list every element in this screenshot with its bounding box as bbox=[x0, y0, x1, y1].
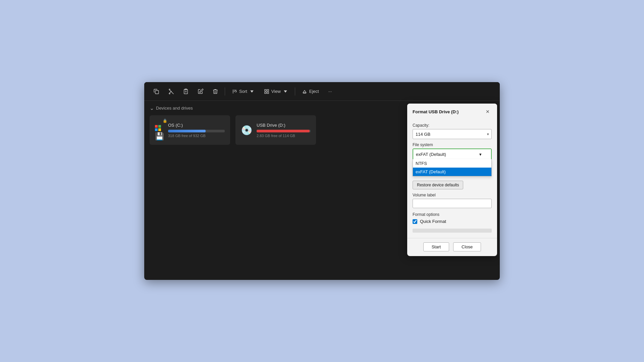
dialog-overlay: Format USB Drive (D:) ✕ Capacity: 114 GB… bbox=[144, 101, 500, 280]
svg-marker-17 bbox=[303, 90, 306, 93]
quick-format-row: Quick Format bbox=[413, 219, 492, 224]
explorer-window: Sort View Eject ··· Devices and drives bbox=[144, 82, 500, 280]
paste-button[interactable] bbox=[179, 85, 193, 98]
more-button[interactable]: ··· bbox=[324, 85, 336, 98]
option-ntfs[interactable]: NTFS bbox=[413, 159, 491, 168]
start-button[interactable]: Start bbox=[423, 242, 449, 251]
separator-1 bbox=[225, 87, 225, 96]
svg-rect-5 bbox=[184, 89, 188, 94]
volume-label-input[interactable] bbox=[413, 199, 492, 208]
progress-bar bbox=[413, 229, 492, 233]
restore-defaults-button[interactable]: Restore device defaults bbox=[413, 181, 463, 189]
format-dialog: Format USB Drive (D:) ✕ Capacity: 114 GB… bbox=[407, 104, 497, 256]
filesystem-dropdown[interactable]: exFAT (Default) ▾ NTFS exFAT (Default) bbox=[413, 148, 492, 160]
svg-point-2 bbox=[169, 89, 170, 90]
quick-format-checkbox[interactable] bbox=[413, 219, 417, 224]
format-options-label: Format options bbox=[413, 212, 492, 217]
dialog-body: Capacity: 114 GB ▾ File system exFAT (De… bbox=[407, 118, 497, 238]
view-button[interactable]: View bbox=[260, 85, 292, 98]
separator-2 bbox=[295, 87, 295, 96]
filesystem-list: NTFS exFAT (Default) bbox=[413, 159, 492, 176]
volume-label: Volume label bbox=[413, 193, 492, 197]
more-label: ··· bbox=[328, 89, 332, 94]
capacity-select[interactable]: 114 GB bbox=[413, 129, 492, 139]
sort-button[interactable]: Sort bbox=[228, 85, 259, 98]
svg-rect-14 bbox=[265, 92, 266, 94]
svg-point-1 bbox=[169, 93, 170, 94]
dialog-titlebar: Format USB Drive (D:) ✕ bbox=[407, 104, 497, 118]
eject-button[interactable]: Eject bbox=[298, 85, 323, 98]
cut-button[interactable] bbox=[164, 85, 178, 98]
eject-label: Eject bbox=[309, 89, 319, 94]
view-label: View bbox=[271, 89, 281, 94]
restore-wrapper: Restore device defaults bbox=[413, 176, 492, 189]
svg-rect-15 bbox=[267, 92, 269, 94]
svg-rect-12 bbox=[265, 89, 266, 91]
capacity-wrapper: 114 GB ▾ bbox=[413, 129, 492, 139]
filesystem-arrow: ▾ bbox=[479, 152, 482, 157]
dialog-title: Format USB Drive (D:) bbox=[413, 109, 459, 114]
svg-rect-13 bbox=[267, 89, 269, 91]
toolbar: Sort View Eject ··· bbox=[144, 82, 500, 101]
quick-format-label: Quick Format bbox=[420, 219, 446, 224]
filesystem-value: exFAT (Default) bbox=[416, 152, 446, 157]
capacity-label: Capacity: bbox=[413, 123, 492, 128]
dialog-footer: Start Close bbox=[407, 238, 497, 256]
content-area: Devices and drives 🔒 💾 OS (C:) 318 G bbox=[144, 101, 500, 280]
filesystem-label: File system bbox=[413, 142, 492, 147]
copy-button[interactable] bbox=[150, 85, 163, 98]
delete-button[interactable] bbox=[209, 85, 222, 98]
option-exfat[interactable]: exFAT (Default) bbox=[413, 168, 491, 176]
svg-marker-11 bbox=[250, 90, 254, 92]
close-button[interactable]: Close bbox=[453, 242, 481, 251]
rename-button[interactable] bbox=[194, 85, 207, 98]
filesystem-trigger[interactable]: exFAT (Default) ▾ bbox=[413, 149, 491, 159]
svg-rect-0 bbox=[155, 90, 159, 94]
dialog-close-button[interactable]: ✕ bbox=[484, 108, 492, 116]
sort-label: Sort bbox=[239, 89, 247, 94]
svg-marker-16 bbox=[284, 90, 287, 92]
